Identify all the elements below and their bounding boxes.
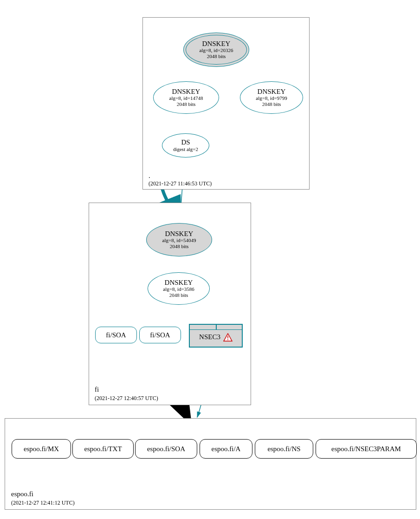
root-ksk-bits: 2048 bits [207,53,226,59]
espoo-txt-label: espoo.fi/TXT [84,445,122,453]
zone-espoo-name: espoo.fi [11,490,33,498]
fi-ksk-node: DNSKEY alg=8, id=54049 2048 bits [146,223,212,256]
root-ksk-title: DNSKEY [202,40,231,48]
espoo-a-node: espoo.fi/A [200,439,252,459]
zone-root-name: . [149,172,150,180]
espoo-nsec3param-label: espoo.fi/NSEC3PARAM [331,445,401,453]
fi-ksk-alg: alg=8, id=54049 [162,237,196,243]
fi-soa2-label: fi/SOA [150,331,170,339]
root-zsk2-bits: 2048 bits [262,101,281,107]
espoo-soa-node: espoo.fi/SOA [135,439,197,459]
root-zsk1-node: DNSKEY alg=8, id=14748 2048 bits [153,81,219,114]
root-zsk2-title: DNSKEY [258,88,286,96]
fi-soa2-node: fi/SOA [139,327,181,343]
svg-rect-0 [227,335,228,338]
espoo-mx-label: espoo.fi/MX [24,445,59,453]
fi-ksk-title: DNSKEY [165,230,194,238]
root-ksk-node: DNSKEY alg=8, id=20326 2048 bits [183,33,249,67]
fi-zsk-bits: 2048 bits [169,292,188,298]
zone-espoo-time: (2021-12-27 12:41:12 UTC) [11,499,75,506]
fi-soa1-label: fi/SOA [106,331,126,339]
fi-zsk-title: DNSKEY [165,279,193,287]
root-ds-title: DS [181,138,190,146]
fi-soa1-node: fi/SOA [95,327,137,343]
espoo-txt-node: espoo.fi/TXT [72,439,134,459]
zone-root-time: (2021-12-27 11:46:53 UTC) [149,180,212,187]
root-zsk1-bits: 2048 bits [177,101,196,107]
fi-zsk-alg: alg=8, id=3586 [163,286,194,292]
root-zsk1-title: DNSKEY [172,88,200,96]
svg-rect-1 [227,339,228,340]
zone-espoo [5,418,416,510]
zone-fi-time: (2021-12-27 12:40:57 UTC) [95,395,158,402]
root-ds-node: DS digest alg=2 [162,133,209,158]
fi-ksk-bits: 2048 bits [170,243,189,250]
zone-fi-name: fi [95,386,99,394]
root-ksk-alg: alg=8, id=20326 [200,47,233,53]
root-zsk2-alg: alg=8, id=9799 [256,95,287,101]
espoo-a-label: espoo.fi/A [212,445,241,453]
espoo-nsec3param-node: espoo.fi/NSEC3PARAM [316,439,417,459]
root-zsk1-alg: alg=8, id=14748 [169,95,203,101]
root-ds-alg: digest alg=2 [173,146,198,152]
fi-nsec3-node: NSEC3 [189,324,243,348]
fi-nsec3-label: NSEC3 [199,333,220,341]
warning-icon [223,333,233,342]
espoo-soa-label: espoo.fi/SOA [147,445,185,453]
espoo-ns-node: espoo.fi/NS [255,439,313,459]
fi-zsk-node: DNSKEY alg=8, id=3586 2048 bits [148,272,210,305]
espoo-mx-node: espoo.fi/MX [12,439,71,459]
espoo-ns-label: espoo.fi/NS [267,445,300,453]
root-zsk2-node: DNSKEY alg=8, id=9799 2048 bits [240,81,303,114]
